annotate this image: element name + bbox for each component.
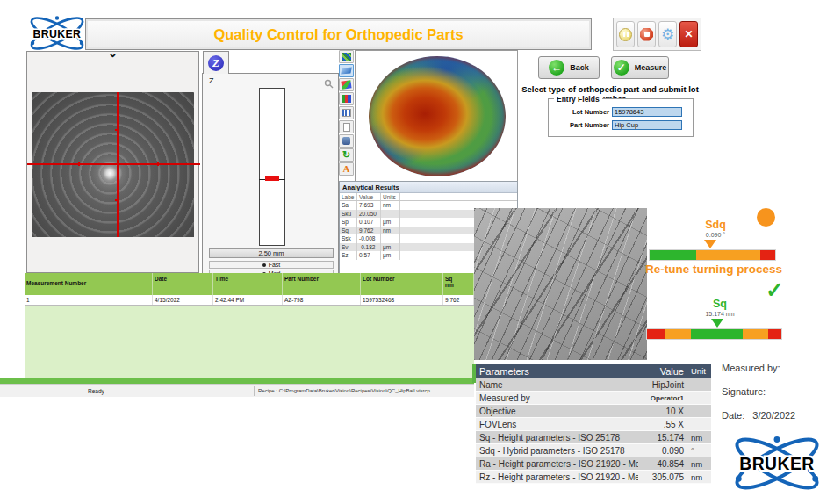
part-number-label: Part Number (549, 121, 612, 129)
analysis-button[interactable]: A (339, 162, 354, 176)
date-label: Date: (722, 410, 744, 421)
surface-3d-button[interactable] (339, 64, 354, 77)
parameter-name: FOVLens (476, 420, 638, 429)
interference-fringe-image (32, 92, 194, 237)
parameter-unit: nm (688, 472, 711, 482)
window-controls: ⚙ ✕ (613, 18, 701, 51)
sq-bar-segment (647, 329, 665, 339)
page-title: Quality Control for Orthopedic Parts (85, 18, 592, 50)
parameters-table: Parameters Value Unit NameHipJointMeasur… (476, 364, 711, 484)
signature-label: Signature: (722, 386, 832, 397)
magnifier-icon[interactable] (324, 76, 334, 92)
interferogram-panel: ⌄ (26, 51, 199, 273)
parameter-value: 15.174 (638, 433, 688, 443)
parameter-unit: nm (688, 459, 711, 469)
tools-icon (342, 137, 350, 145)
measurement-table-row[interactable]: 14/15/20222:42:44 PMAZ-79815975324689.76… (25, 295, 474, 306)
part-number-field[interactable] (612, 120, 682, 130)
crosshair-tick (157, 162, 159, 166)
column-header: Units (381, 193, 400, 200)
app-window: BRUKER Quality Control for Orthopedic Pa… (0, 0, 834, 504)
result-units: nm (381, 201, 400, 210)
sq-bar-segment (665, 329, 692, 339)
z-speed-label: Fast (269, 262, 281, 268)
parameter-name: Measured by (476, 393, 638, 403)
back-button[interactable]: ← Back (538, 56, 600, 79)
sq-bar-segment (691, 329, 742, 339)
bruker-logo-bottom: BRUKER (723, 436, 830, 492)
measurement-cell: 1 (25, 295, 153, 305)
colormap-button[interactable] (339, 92, 354, 105)
measurement-cell: AZ-798 (283, 295, 361, 305)
tools-button[interactable] (339, 134, 354, 148)
crosshair-tick (78, 162, 80, 166)
sdq-indicator-label: Sdq (676, 219, 755, 231)
parameter-row: NameHipJoint (476, 378, 711, 392)
z-speed-option-fast[interactable]: Fast (209, 261, 334, 269)
parameters-table-header: Parameters Value Unit (476, 364, 711, 378)
measurement-column-header: Sqnm (443, 273, 474, 295)
result-label: Sq (340, 227, 357, 235)
z-slider-track[interactable] (259, 88, 285, 246)
sq-indicator-value: 15.174 nm (680, 311, 759, 317)
parameter-name: Objective (476, 407, 638, 416)
result-units (381, 234, 400, 243)
parameters-header-name: Parameters (476, 366, 638, 377)
parameter-row: Rz - Height parameters - ISO 21920 - Mea… (476, 471, 711, 484)
chevron-down-icon[interactable]: ⌄ (108, 47, 118, 60)
measure-button[interactable]: ✓ Measure (611, 56, 669, 79)
result-label: Sa (340, 201, 357, 210)
result-value: 0.57 (357, 251, 381, 260)
report-button[interactable] (339, 120, 354, 133)
date-value: 3/20/2022 (752, 410, 795, 421)
z-axis-panel: Z Z 2.50 mm FastMedSlow (202, 51, 339, 282)
tab-z-axis[interactable]: Z (203, 51, 229, 74)
z-slider-handle[interactable] (265, 176, 279, 181)
parameter-value: 10 X (638, 407, 688, 416)
z-axis-icon: Z (208, 55, 224, 71)
sq-range-bar (647, 329, 781, 339)
measured-by-label: Measured by: (722, 363, 832, 373)
lot-number-field[interactable] (612, 107, 682, 117)
entry-fields-legend: Entry Fields (554, 95, 602, 104)
settings-button[interactable]: ⚙ (658, 21, 677, 47)
green-bottom-strip (0, 378, 474, 384)
close-button[interactable]: ✕ (679, 21, 698, 47)
column-header: Labe (340, 193, 357, 200)
result-label: Sz (340, 251, 357, 260)
result-units: µm (381, 243, 400, 252)
parameters-header-value: Value (638, 366, 688, 377)
sdq-range-bar (650, 250, 775, 260)
parameter-name: Sq - Height parameters - ISO 25178 (476, 433, 638, 443)
analysis-icon: A (343, 165, 350, 173)
parameters-header-unit: Unit (688, 366, 711, 376)
measurement-cell: 9.762 (443, 295, 474, 305)
surface-texture-image (474, 208, 647, 360)
histogram-button[interactable] (339, 106, 354, 119)
surface-map-button[interactable] (339, 50, 354, 63)
result-value: -0.008 (357, 234, 381, 243)
stop-button[interactable] (637, 21, 656, 47)
render-3d-button[interactable] (339, 78, 354, 91)
measurement-column-header: Date (153, 273, 213, 295)
gear-icon: ⚙ (661, 27, 674, 42)
report-icon (343, 123, 350, 132)
entry-fields-group: Entry Fields Lot Number Part Number (548, 98, 694, 137)
status-bar: Ready Recipe : C:\ProgramData\Bruker\Vis… (0, 384, 474, 397)
parameter-unit: ° (688, 446, 711, 456)
sdq-pointer-icon (704, 240, 716, 248)
signature-block: Measured by: Signature: Date:3/20/2022 (722, 363, 832, 434)
pause-button[interactable] (616, 21, 635, 47)
refresh-button[interactable]: ↻ (339, 148, 354, 162)
result-units: µm (381, 251, 400, 260)
surface-heightmap-image (369, 56, 506, 176)
result-label: Sku (340, 210, 357, 219)
measurement-column-header: Lot Number (361, 273, 443, 295)
sq-bar-segment (768, 329, 781, 339)
measurement-cell: 2:42:44 PM (213, 295, 283, 305)
recipe-path: Recipe : C:\ProgramData\Bruker\Vision\Re… (258, 388, 430, 393)
bruker-logo-top: BRUKER (23, 13, 91, 54)
measurement-column-subheader: nm (445, 282, 473, 288)
crosshair-tick (115, 199, 119, 201)
back-arrow-icon: ← (549, 60, 564, 76)
